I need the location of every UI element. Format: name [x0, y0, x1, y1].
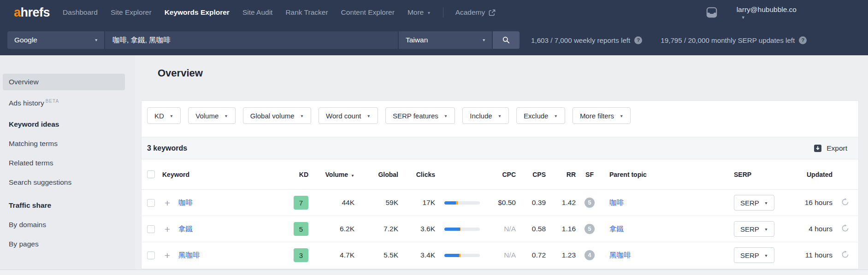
parent-topic-link[interactable]: 拿鐵 [609, 225, 624, 233]
parent-topic-link[interactable]: 咖啡 [609, 199, 624, 206]
nav-divider [443, 7, 443, 18]
row-checkbox[interactable] [142, 251, 160, 259]
sf-badge: 5 [585, 224, 595, 234]
page-title: Overview [158, 67, 203, 79]
sidebar-item-matching-terms[interactable]: Matching terms [3, 135, 125, 152]
add-to-list-button[interactable]: + [160, 224, 175, 234]
serp-dropdown-button[interactable]: SERP▼ [734, 221, 774, 237]
add-to-list-button[interactable]: + [160, 251, 175, 260]
country-value: Taiwan [406, 36, 428, 44]
add-to-list-button[interactable]: + [160, 198, 175, 208]
search-button[interactable] [493, 31, 520, 49]
chevron-down-icon: ▼ [300, 114, 304, 118]
parent-topic-link[interactable]: 黑咖啡 [609, 251, 631, 259]
refresh-button[interactable] [837, 251, 858, 260]
chevron-down-icon: ▼ [366, 114, 370, 118]
column-header-cps[interactable]: CPS [516, 171, 546, 178]
refresh-button[interactable] [837, 198, 858, 208]
filter-volume[interactable]: Volume▼ [188, 107, 235, 124]
export-button[interactable]: Export [814, 144, 847, 152]
chevron-down-icon: ▼ [482, 38, 486, 42]
nav-item-rank-tracker[interactable]: Rank Tracker [285, 8, 328, 17]
ahrefs-logo[interactable]: ahrefs [14, 6, 50, 20]
select-all-checkbox[interactable] [142, 170, 160, 179]
column-header-sf[interactable]: SF [576, 171, 603, 178]
logo-rest: hrefs [21, 6, 50, 19]
nav-item-keywords-explorer[interactable]: Keywords Explorer [165, 8, 230, 17]
column-header-global[interactable]: Global [354, 171, 398, 178]
filter-exclude[interactable]: Exclude▼ [516, 107, 565, 124]
serp-dropdown-button[interactable]: SERP▼ [734, 195, 774, 211]
search-engine-dropdown[interactable]: Google ▼ [7, 31, 104, 49]
filter-include[interactable]: Include▼ [462, 107, 509, 124]
filter-word-count[interactable]: Word count▼ [319, 107, 378, 124]
column-header-kd[interactable]: KD [276, 171, 308, 178]
filter-more-filters[interactable]: More filters▼ [573, 107, 631, 124]
search-bar-row: Google ▼ Taiwan ▼ 1,603 / 7,000 weekly r… [0, 25, 868, 55]
nav-item-academy[interactable]: Academy [455, 8, 496, 17]
main-nav: Dashboard Site Explorer Keywords Explore… [63, 8, 431, 17]
volume-value: 4.7K [308, 251, 354, 259]
column-header-clicks[interactable]: Clicks [398, 171, 435, 178]
updated-value: 4 hours [788, 225, 837, 233]
help-icon[interactable]: ? [634, 36, 642, 44]
logo-letter-a: a [14, 6, 21, 19]
nav-item-content-explorer[interactable]: Content Explorer [341, 8, 395, 17]
column-header-cpc[interactable]: CPC [481, 171, 516, 178]
account-menu[interactable]: larry@hububble.co ▼ [737, 6, 797, 20]
table-header: Keyword KD Volume▼ Global Clicks CPC CPS… [142, 159, 858, 190]
nav-item-site-explorer[interactable]: Site Explorer [111, 8, 152, 17]
nav-item-site-audit[interactable]: Site Audit [242, 8, 273, 17]
clicks-value: 3.4K [398, 251, 435, 259]
column-header-parent-topic[interactable]: Parent topic [603, 171, 734, 178]
external-link-icon [489, 9, 496, 16]
column-header-keyword[interactable]: Keyword [160, 171, 276, 178]
inbox-tray-icon[interactable] [706, 7, 717, 18]
window-bottom-strip [0, 269, 868, 275]
rr-value: 1.16 [546, 225, 576, 233]
search-icon [502, 36, 510, 44]
help-icon[interactable]: ? [799, 36, 807, 44]
clicks-distribution-bar [444, 254, 480, 257]
nav-item-dashboard[interactable]: Dashboard [63, 8, 98, 17]
keyword-link[interactable]: 黑咖啡 [178, 251, 200, 259]
kd-badge: 3 [294, 248, 308, 262]
kd-badge: 7 [294, 196, 308, 210]
sidebar-item-by-pages[interactable]: By pages [3, 236, 125, 252]
row-checkbox[interactable] [142, 199, 160, 207]
cps-value: 0.72 [516, 251, 546, 259]
column-header-volume[interactable]: Volume▼ [308, 171, 354, 178]
column-header-rr[interactable]: RR [546, 171, 576, 178]
sidebar-item-by-domains[interactable]: By domains [3, 216, 125, 233]
clicks-bar-blue [444, 201, 456, 205]
filter-serp-features[interactable]: SERP features▼ [385, 107, 455, 124]
column-header-updated[interactable]: Updated [788, 171, 837, 178]
keyword-link[interactable]: 咖啡 [178, 199, 193, 206]
cps-value: 0.58 [516, 225, 546, 233]
filter-global-volume[interactable]: Global volume▼ [243, 107, 311, 124]
global-volume-value: 7.2K [354, 225, 398, 233]
country-dropdown[interactable]: Taiwan ▼ [399, 31, 492, 49]
cpc-value: N/A [481, 251, 516, 259]
refresh-button[interactable] [837, 224, 858, 234]
keyword-link[interactable]: 拿鐵 [178, 225, 193, 233]
filter-kd[interactable]: KD▼ [147, 107, 181, 124]
chevron-down-icon: ▼ [170, 114, 173, 118]
serp-dropdown-button[interactable]: SERP▼ [734, 247, 774, 263]
chevron-down-icon: ▼ [764, 201, 768, 205]
column-header-serp: SERP [734, 171, 788, 178]
sidebar-item-search-suggestions[interactable]: Search suggestions [3, 174, 125, 191]
export-icon [814, 144, 822, 152]
sidebar-item-overview[interactable]: Overview [3, 74, 125, 90]
keywords-query-input[interactable] [105, 31, 398, 49]
nav-item-more[interactable]: More▼ [407, 8, 431, 17]
global-volume-value: 59K [354, 199, 398, 207]
clicks-value: 3.6K [398, 225, 435, 233]
row-checkbox[interactable] [142, 225, 160, 233]
sidebar-item-related-terms[interactable]: Related terms [3, 155, 125, 171]
weekly-reports-quota: 1,603 / 7,000 weekly reports left ? [531, 36, 642, 44]
sidebar-item-ads-history[interactable]: Ads historyBETA [3, 93, 125, 110]
rr-value: 1.42 [546, 199, 576, 207]
monthly-serp-quota: 19,795 / 20,000 monthly SERP updates lef… [661, 36, 807, 44]
chevron-down-icon: ▼ [764, 254, 768, 258]
